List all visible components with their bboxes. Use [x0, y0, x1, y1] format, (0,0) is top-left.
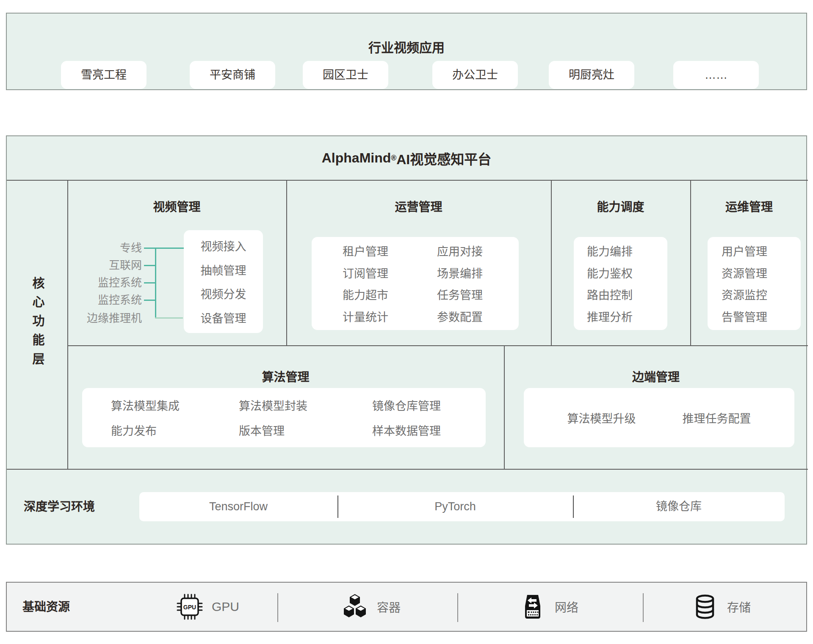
- infra-group-container: 容器: [341, 583, 401, 631]
- edge-item: 算法模型升级: [567, 410, 636, 426]
- divider-row2-row3: [7, 469, 808, 470]
- capability-item: 路由控制: [587, 286, 633, 303]
- connector-stub-3: [144, 282, 156, 283]
- capability-item: 能力鉴权: [587, 264, 633, 281]
- app-chip-pingan: 平安商铺: [190, 61, 275, 89]
- algorithm-item: 版本管理: [239, 422, 285, 438]
- video-source-cctv-2: 监控系统: [70, 292, 142, 308]
- platform-title-suffix: AI视觉感知平台: [396, 149, 491, 168]
- app-chip-more: ……: [673, 61, 759, 89]
- maintenance-card: 用户管理 资源管理 资源监控 告警管理: [708, 237, 801, 330]
- infra-label-network: 网络: [555, 598, 578, 615]
- header-maintenance: 运维管理: [690, 200, 808, 215]
- video-feature: 设备管理: [201, 309, 246, 326]
- industry-app-layer: 行业视频应用 雪亮工程 平安商铺 园区卫士 办公卫士 明厨亮灶 ……: [6, 13, 807, 90]
- infra-label-storage: 存储: [727, 598, 751, 615]
- divider-row1-row2: [67, 345, 808, 346]
- algorithm-item: 样本数据管理: [372, 422, 441, 438]
- infra-title: 基础资源: [22, 599, 70, 615]
- video-mgmt-card: 视频接入 抽帧管理 视频分发 设备管理: [184, 230, 263, 333]
- ops-item: 场景编排: [437, 264, 483, 281]
- container-cubes-icon: [341, 593, 368, 620]
- ops-column-1: 租户管理 订阅管理 能力超市 计量统计: [343, 237, 388, 330]
- video-source-cctv-1: 监控系统: [70, 275, 142, 290]
- algorithm-item: 镜像仓库管理: [372, 397, 441, 413]
- algorithm-column-2: 算法模型封装 版本管理: [239, 388, 307, 447]
- infra-divider-3: [643, 593, 644, 622]
- divider-title: [7, 180, 808, 181]
- dl-env-bar: TensorFlow PyTorch 镜像仓库: [139, 492, 785, 521]
- infra-divider-2: [457, 593, 458, 622]
- ops-item: 任务管理: [437, 286, 483, 303]
- header-capability: 能力调度: [551, 200, 690, 215]
- video-feature: 视频接入: [201, 237, 246, 254]
- algorithm-item: 算法模型封装: [239, 397, 307, 413]
- registered-mark: ®: [391, 154, 396, 162]
- video-source-edge-inference: 边缘推理机: [70, 311, 142, 326]
- ops-item: 参数配置: [437, 308, 483, 325]
- divider-algo-edge: [504, 345, 505, 469]
- gpu-chip-icon: GPU: [176, 593, 203, 620]
- ops-mgmt-card: 租户管理 订阅管理 能力超市 计量统计 应用对接 场景编排 任务管理 参数配置: [312, 237, 519, 330]
- app-chip-bangong: 办公卫士: [432, 61, 518, 89]
- maintenance-item: 告警管理: [722, 308, 767, 325]
- edge-card: 算法模型升级 推理任务配置: [524, 388, 794, 447]
- app-chip-yuanqu: 园区卫士: [303, 61, 388, 89]
- infra-group-gpu: GPU GPU: [176, 583, 239, 631]
- algorithm-item: 能力发布: [111, 422, 157, 438]
- header-video-mgmt: 视频管理: [67, 200, 286, 215]
- algorithm-card: 算法模型集成 能力发布 算法模型封装 版本管理 镜像仓库管理 样本数据管理: [82, 388, 486, 447]
- infra-group-network: 网络: [519, 583, 578, 631]
- ops-item: 租户管理: [343, 242, 388, 259]
- architecture-diagram: 行业视频应用 雪亮工程 平安商铺 园区卫士 办公卫士 明厨亮灶 …… Alpha…: [0, 0, 813, 644]
- maintenance-item: 用户管理: [722, 242, 767, 259]
- header-algorithm-mgmt: 算法管理: [67, 370, 504, 385]
- dl-framework-tensorflow: TensorFlow: [139, 492, 337, 521]
- ops-item: 计量统计: [343, 308, 388, 325]
- app-chip-xueliang: 雪亮工程: [61, 61, 147, 89]
- core-function-layer-label: 核心功能层: [7, 180, 67, 469]
- connector-bottom-stub: [155, 317, 183, 319]
- dl-env-label: 深度学习环境: [24, 499, 95, 515]
- app-chip-mingchu: 明厨亮灶: [549, 61, 634, 89]
- platform-title: AlphaMind® AI视觉感知平台: [7, 136, 806, 180]
- video-source-line: 专线: [70, 240, 142, 256]
- dl-framework-registry: 镜像仓库: [573, 492, 785, 521]
- platform-title-main: AlphaMind: [322, 150, 391, 166]
- dl-framework-pytorch: PyTorch: [337, 492, 573, 521]
- app-layer-title: 行业视频应用: [7, 37, 806, 56]
- maintenance-item: 资源管理: [722, 264, 767, 281]
- svg-text:GPU: GPU: [183, 604, 196, 611]
- capability-card: 能力编排 能力鉴权 路由控制 推理分析: [574, 237, 667, 330]
- maintenance-item: 资源监控: [722, 286, 767, 303]
- header-edge-mgmt: 边端管理: [504, 370, 808, 385]
- header-ops-mgmt: 运营管理: [286, 200, 551, 215]
- ops-item: 能力超市: [343, 286, 388, 303]
- edge-item: 推理任务配置: [683, 410, 751, 426]
- algorithm-item: 算法模型集成: [111, 397, 180, 413]
- network-switch-icon: [519, 593, 546, 620]
- connector-trunk: [155, 248, 156, 319]
- alphamind-platform: AlphaMind® AI视觉感知平台 核心功能层 视频管理 运营管理 能力调度…: [6, 135, 807, 545]
- ops-column-2: 应用对接 场景编排 任务管理 参数配置: [437, 237, 483, 330]
- database-storage-icon: [691, 593, 719, 620]
- connector-top-line: [144, 248, 184, 249]
- divider-side-col: [67, 180, 68, 470]
- capability-item: 推理分析: [587, 308, 633, 325]
- algorithm-column-3: 镜像仓库管理 样本数据管理: [372, 388, 441, 447]
- infra-label-gpu: GPU: [212, 600, 239, 614]
- infra-layer: 基础资源 GPU GPU: [6, 582, 807, 632]
- video-feature: 视频分发: [201, 285, 246, 302]
- video-feature: 抽帧管理: [201, 261, 246, 278]
- infra-group-storage: 存储: [691, 583, 751, 631]
- connector-stub-2: [144, 265, 156, 266]
- infra-divider-1: [277, 593, 278, 622]
- video-source-internet: 互联网: [70, 258, 142, 273]
- connector-stub-4: [144, 300, 156, 301]
- ops-item: 订阅管理: [343, 264, 388, 281]
- algorithm-column-1: 算法模型集成 能力发布: [111, 388, 180, 447]
- capability-item: 能力编排: [587, 242, 633, 259]
- ops-item: 应用对接: [437, 242, 483, 259]
- infra-label-container: 容器: [377, 598, 401, 615]
